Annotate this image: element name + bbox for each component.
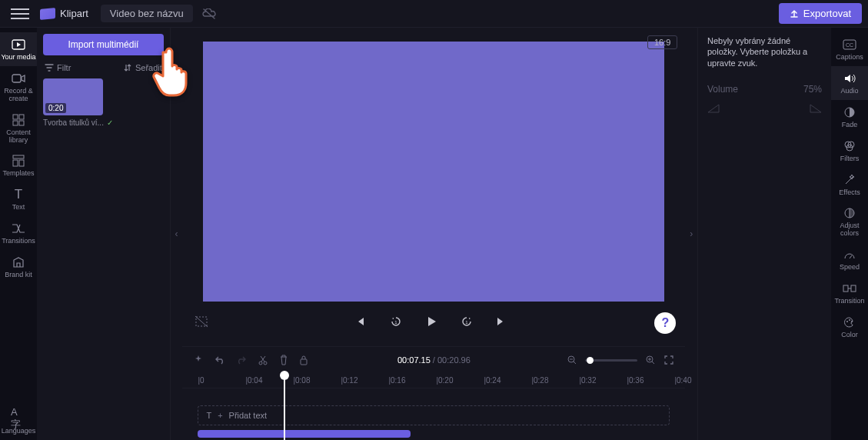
skip-start-button[interactable] <box>354 316 371 327</box>
app-brand: Klipart <box>60 8 88 19</box>
project-title[interactable]: Video bez názvu <box>101 5 193 22</box>
fade-out-icon <box>810 104 822 113</box>
zoom-in-button[interactable] <box>645 355 656 365</box>
no-selection-message: Nebyly vybrány žádné položky. Vyberte po… <box>707 35 822 68</box>
export-button[interactable]: Exportovat <box>779 3 862 24</box>
text-icon: T <box>11 187 26 202</box>
time-ruler[interactable]: |0 |0:04 |0:08 |0:12 |0:16 |0:20 |0:24 |… <box>182 373 685 388</box>
templates-icon <box>11 153 26 168</box>
play-button[interactable] <box>425 315 442 328</box>
svg-text:CC: CC <box>846 42 853 48</box>
volume-label: Volume <box>707 84 738 95</box>
svg-rect-6 <box>13 155 24 158</box>
redo-button[interactable] <box>236 355 247 365</box>
filter-icon <box>45 64 54 72</box>
svg-rect-3 <box>19 115 24 119</box>
svg-rect-15 <box>301 359 307 365</box>
fade-icon <box>842 105 857 120</box>
svg-point-29 <box>851 321 853 322</box>
menu-button[interactable] <box>11 5 29 23</box>
svg-point-28 <box>849 319 850 321</box>
rail-speed[interactable]: Speed <box>831 242 868 276</box>
rail-fade[interactable]: Fade <box>831 100 868 134</box>
rail-captions[interactable]: CC Captions <box>831 32 868 66</box>
rail-library[interactable]: Content library <box>0 108 37 149</box>
rewind-button[interactable]: 1 <box>390 315 407 328</box>
center-area: 16:9 1 1 ? <box>182 28 685 440</box>
transition-icon <box>842 281 857 296</box>
filter-toggle[interactable]: Filtr <box>45 63 71 72</box>
safe-zone-toggle[interactable] <box>195 315 208 328</box>
svg-rect-4 <box>13 121 18 125</box>
rail-your-media[interactable]: Your media <box>0 32 37 66</box>
aspect-ratio-button[interactable]: 16:9 <box>647 35 677 49</box>
app-logo-icon <box>40 7 55 19</box>
filters-icon <box>842 138 857 154</box>
split-button[interactable] <box>258 355 268 365</box>
library-icon <box>11 112 26 128</box>
add-text-track[interactable]: T + Přidat text <box>198 405 670 425</box>
fade-in-icon <box>707 104 720 113</box>
rail-templates[interactable]: Templates <box>0 148 37 182</box>
svg-point-13 <box>259 362 262 365</box>
fit-button[interactable] <box>663 355 674 365</box>
svg-point-14 <box>264 362 267 365</box>
svg-rect-26 <box>851 285 856 292</box>
left-rail: Your media Record & create Content libra… <box>0 28 37 440</box>
zoom-slider[interactable] <box>585 359 637 362</box>
rail-color[interactable]: Color <box>831 310 868 344</box>
brandkit-icon <box>11 255 26 270</box>
rail-audio[interactable]: Audio <box>831 66 868 100</box>
delete-button[interactable] <box>279 355 288 365</box>
upload-icon <box>790 9 799 18</box>
svg-rect-5 <box>19 121 24 125</box>
rail-brandkit[interactable]: Brand kit <box>0 250 37 284</box>
clip-name: Tvorba titulků ví... <box>43 118 104 127</box>
media-panel: Import multimédií Filtr Seřadit 0:20 Tvo… <box>37 28 171 440</box>
rail-languages[interactable]: A字 Languages <box>0 406 37 440</box>
adjust-icon <box>842 205 857 221</box>
rail-text[interactable]: T Text <box>0 182 37 216</box>
rail-transition[interactable]: Transition <box>831 276 868 310</box>
export-label: Exportovat <box>803 8 851 19</box>
time-display: 00:07.15 / 00:20.96 <box>397 355 471 365</box>
right-panel: Nebyly vybrány žádné položky. Vyberte po… <box>697 28 831 440</box>
languages-icon: A字 <box>11 411 26 426</box>
preview-canvas[interactable] <box>203 42 664 302</box>
svg-point-27 <box>846 321 848 322</box>
media-clip-thumbnail[interactable]: 0:20 <box>43 78 103 115</box>
playhead[interactable] <box>284 373 285 440</box>
captions-icon: CC <box>842 37 857 52</box>
svg-rect-8 <box>19 160 24 166</box>
record-icon <box>11 71 26 86</box>
media-track-clip[interactable] <box>198 430 410 438</box>
magic-button[interactable] <box>193 355 204 365</box>
right-rail: CC Captions Audio Fade Filters Effects A… <box>831 28 868 440</box>
check-icon: ✓ <box>107 118 113 127</box>
speed-icon <box>842 247 857 262</box>
sort-toggle[interactable]: Seřadit <box>123 63 162 72</box>
zoom-out-button[interactable] <box>567 355 577 365</box>
undo-button[interactable] <box>215 355 225 365</box>
canvas-wrap: 16:9 1 1 ? <box>182 28 685 346</box>
rail-effects[interactable]: Effects <box>831 168 868 202</box>
help-button[interactable]: ? <box>654 312 676 334</box>
rail-filters[interactable]: Filters <box>831 134 868 168</box>
lock-button[interactable] <box>299 355 308 365</box>
effects-icon <box>842 172 857 188</box>
import-media-button[interactable]: Import multimédií <box>43 34 164 55</box>
cloud-sync-off-icon <box>202 8 216 19</box>
volume-value: 75% <box>803 84 822 95</box>
collapse-left-button[interactable]: ‹ <box>171 28 183 440</box>
skip-end-button[interactable] <box>496 316 513 327</box>
rail-transitions[interactable]: Transitions <box>0 216 37 250</box>
text-icon: T <box>206 411 211 420</box>
audio-icon <box>842 71 857 86</box>
forward-button[interactable]: 1 <box>461 315 477 328</box>
timeline: 00:07.15 / 00:20.96 |0 |0:04 |0:08 |0:12… <box>182 346 685 440</box>
clip-duration: 0:20 <box>45 103 66 113</box>
rail-adjust-colors[interactable]: Adjust colors <box>831 201 868 242</box>
rail-record[interactable]: Record & create <box>0 66 37 108</box>
media-icon <box>11 37 26 52</box>
top-bar: Klipart Video bez názvu Exportovat <box>0 0 868 28</box>
